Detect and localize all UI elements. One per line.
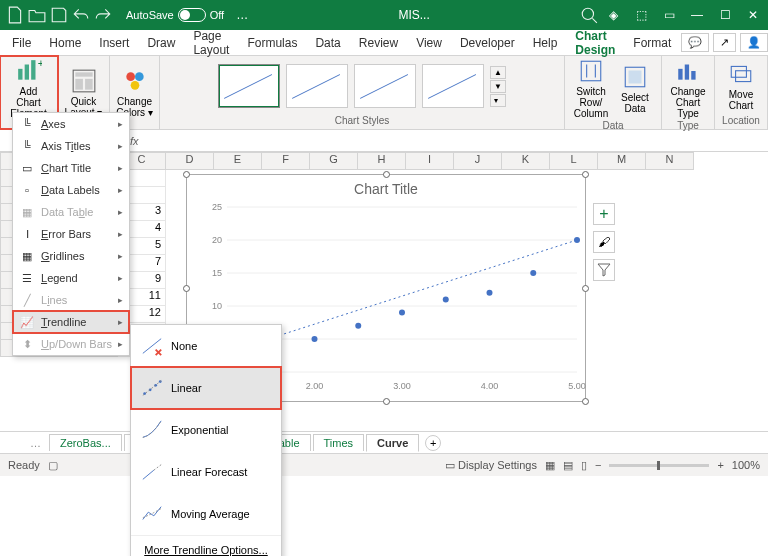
select-data-button[interactable]: Select Data — [615, 64, 655, 114]
zoom-in-icon[interactable]: + — [717, 459, 723, 471]
diamond-icon[interactable]: ◈ — [604, 6, 622, 24]
menu-data[interactable]: Data — [307, 32, 348, 54]
macro-record-icon[interactable]: ▢ — [48, 459, 58, 472]
style-thumb[interactable] — [218, 64, 280, 108]
chart-title[interactable]: Chart Title — [187, 175, 585, 197]
data-table-icon: ▦ — [19, 205, 35, 219]
column-header[interactable]: G — [310, 152, 358, 170]
chart-elements-icon[interactable]: + — [593, 203, 615, 225]
save-icon[interactable] — [50, 6, 68, 24]
menu-home[interactable]: Home — [41, 32, 89, 54]
column-header[interactable]: F — [262, 152, 310, 170]
qat-overflow-icon[interactable]: … — [236, 8, 248, 22]
close-button[interactable]: ✕ — [744, 6, 762, 24]
column-header[interactable]: K — [502, 152, 550, 170]
trendline-none[interactable]: None — [131, 325, 281, 367]
chart-styles-icon[interactable]: 🖌 — [593, 231, 615, 253]
column-header[interactable]: L — [550, 152, 598, 170]
updown-icon: ⬍ — [19, 337, 35, 351]
move-chart-button[interactable]: Move Chart — [721, 61, 761, 111]
style-thumb[interactable] — [422, 64, 484, 108]
zoom-slider[interactable] — [609, 464, 709, 467]
style-thumb[interactable] — [286, 64, 348, 108]
menu-formulas[interactable]: Formulas — [239, 32, 305, 54]
sheet-scroll-left-icon[interactable]: … — [30, 437, 41, 449]
column-header[interactable]: M — [598, 152, 646, 170]
gallery-up-icon[interactable]: ▲ — [490, 66, 506, 79]
svg-text:3.00: 3.00 — [393, 381, 411, 391]
column-header[interactable]: N — [646, 152, 694, 170]
column-header[interactable]: I — [406, 152, 454, 170]
column-header[interactable]: D — [166, 152, 214, 170]
menu-view[interactable]: View — [408, 32, 450, 54]
menu-axis-titles[interactable]: ╚Axis Titles▸ — [13, 135, 129, 157]
page-layout-view-icon[interactable]: ▤ — [563, 459, 573, 472]
gallery-down-icon[interactable]: ▼ — [490, 80, 506, 93]
zoom-level[interactable]: 100% — [732, 459, 760, 471]
zoom-out-icon[interactable]: − — [595, 459, 601, 471]
menu-format[interactable]: Format — [625, 32, 679, 54]
chart-styles-gallery[interactable]: ▲ ▼ ▾ — [218, 58, 506, 114]
change-chart-type-button[interactable]: Change Chart Type — [668, 58, 708, 119]
tab-zerobase[interactable]: ZeroBas... — [49, 434, 122, 451]
style-thumb[interactable] — [354, 64, 416, 108]
more-trendline-options[interactable]: More Trendline Options... — [131, 535, 281, 556]
menu-developer[interactable]: Developer — [452, 32, 523, 54]
share-button[interactable]: ↗ — [713, 33, 736, 52]
ribbon-options-icon[interactable]: ⬚ — [632, 6, 650, 24]
svg-rect-8 — [85, 78, 93, 89]
new-sheet-icon[interactable]: + — [425, 435, 441, 451]
change-colors-button[interactable]: Change Colors ▾ — [115, 68, 155, 118]
switch-row-col-button[interactable]: Switch Row/ Column — [571, 58, 611, 119]
quick-layout-button[interactable]: Quick Layout ▾ — [64, 68, 104, 118]
svg-line-55 — [154, 465, 161, 471]
menu-error-bars[interactable]: ⅠError Bars▸ — [13, 223, 129, 245]
tab-curve[interactable]: Curve — [366, 434, 419, 452]
svg-text:20: 20 — [212, 235, 222, 245]
trendline-linear[interactable]: Linear — [131, 367, 281, 409]
minimize-button[interactable]: — — [688, 6, 706, 24]
menu-chart-title[interactable]: ▭Chart Title▸ — [13, 157, 129, 179]
toggle-off-icon[interactable] — [178, 8, 206, 22]
svg-rect-16 — [685, 65, 689, 80]
open-icon[interactable] — [28, 6, 46, 24]
column-header[interactable]: E — [214, 152, 262, 170]
normal-view-icon[interactable]: ▦ — [545, 459, 555, 472]
menu-legend[interactable]: ☰Legend▸ — [13, 267, 129, 289]
menu-data-table: ▦Data Table▸ — [13, 201, 129, 223]
redo-icon[interactable] — [94, 6, 112, 24]
autosave-toggle[interactable]: AutoSave Off — [126, 8, 224, 22]
minimize-icon[interactable]: ▭ — [660, 6, 678, 24]
gridlines-icon: ▦ — [19, 249, 35, 263]
chart-filter-icon[interactable] — [593, 259, 615, 281]
new-file-icon[interactable] — [6, 6, 24, 24]
search-icon[interactable] — [580, 6, 598, 24]
column-header[interactable]: J — [454, 152, 502, 170]
trendline-linear-forecast[interactable]: Linear Forecast — [131, 451, 281, 493]
column-header[interactable]: H — [358, 152, 406, 170]
svg-point-9 — [126, 72, 135, 81]
svg-rect-12 — [581, 61, 601, 81]
comments-button[interactable]: 💬 — [681, 33, 709, 52]
menu-gridlines[interactable]: ▦Gridlines▸ — [13, 245, 129, 267]
maximize-button[interactable]: ☐ — [716, 6, 734, 24]
menu-file[interactable]: File — [4, 32, 39, 54]
menu-data-labels[interactable]: ▫Data Labels▸ — [13, 179, 129, 201]
gallery-more-icon[interactable]: ▾ — [490, 94, 506, 107]
undo-icon[interactable] — [72, 6, 90, 24]
trendline-moving-average[interactable]: Moving Average — [131, 493, 281, 535]
svg-point-45 — [530, 270, 536, 276]
tab-times[interactable]: Times — [313, 434, 365, 451]
display-settings-button[interactable]: ▭ Display Settings — [445, 459, 537, 472]
analyze-button[interactable]: 👤 — [740, 33, 768, 52]
menu-help[interactable]: Help — [525, 32, 566, 54]
page-break-view-icon[interactable]: ▯ — [581, 459, 587, 472]
menu-trendline[interactable]: 📈Trendline▸ — [13, 311, 129, 333]
menu-draw[interactable]: Draw — [139, 32, 183, 54]
menu-review[interactable]: Review — [351, 32, 406, 54]
trendline-exponential[interactable]: Exponential — [131, 409, 281, 451]
svg-rect-1 — [18, 69, 22, 80]
menu-insert[interactable]: Insert — [91, 32, 137, 54]
sheet-tabs: … ZeroBas... ...gr GoalSeek DataTable Ti… — [0, 432, 768, 454]
menu-axes[interactable]: ╚Axes▸ — [13, 113, 129, 135]
